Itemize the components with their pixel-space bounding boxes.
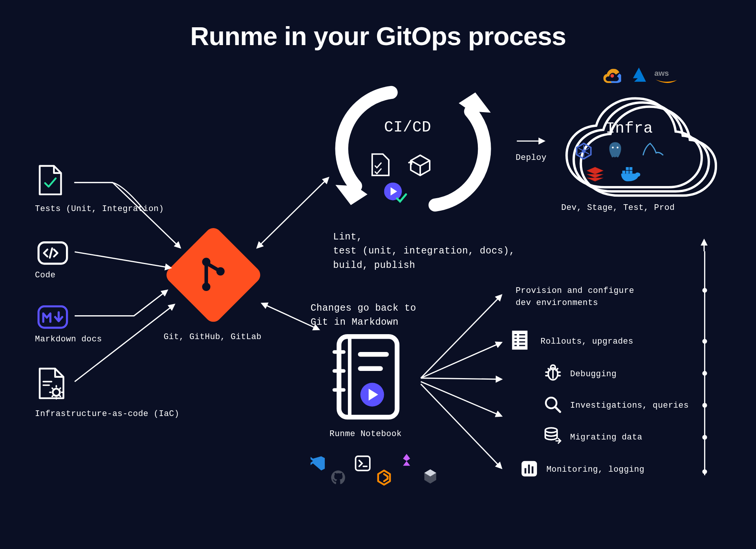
svg-rect-15 [626, 170, 629, 174]
task-rollouts: Rollouts, upgrades [540, 336, 633, 346]
git-label: Git, GitHub, GitLab [164, 332, 262, 341]
code-label: Code [35, 270, 55, 280]
timeline-dot [702, 288, 707, 293]
checklist-icon [511, 330, 529, 351]
markdown-icon [38, 305, 68, 329]
timeline-dot [702, 469, 707, 474]
task-provision: Provision and configure dev environments [516, 285, 634, 310]
azure-icon [631, 66, 647, 86]
iac-icon [38, 368, 66, 402]
postgres-icon [607, 141, 624, 159]
cicd-desc-3: build, publish [333, 258, 515, 273]
notebook-node [330, 333, 401, 424]
tests-block [38, 165, 64, 200]
runme-badge [384, 183, 409, 207]
bug-icon [544, 364, 562, 382]
kubernetes-icon [575, 142, 593, 160]
svg-point-8 [610, 74, 614, 78]
cicd-desc-1: Lint, [333, 230, 515, 244]
svg-rect-16 [629, 170, 632, 174]
redis-icon [585, 166, 604, 183]
cicd-node [332, 81, 504, 220]
github-icon [330, 469, 346, 486]
svg-point-13 [617, 147, 618, 149]
svg-rect-0 [39, 242, 67, 264]
arrow-tests-to-git [74, 175, 193, 211]
timeline-dot [702, 371, 707, 376]
code-icon [38, 241, 68, 265]
doc-check-icon [370, 153, 391, 178]
file-check-icon [38, 165, 64, 197]
code-block [38, 241, 68, 268]
svg-rect-28 [512, 331, 527, 350]
package-icon [408, 153, 433, 178]
svg-rect-35 [524, 468, 526, 474]
cicd-desc-2: test (unit, integration, docs), [333, 244, 515, 258]
timeline-dot [702, 339, 707, 344]
chart-icon [520, 460, 538, 478]
svg-rect-18 [629, 167, 632, 170]
gcp-icon [603, 69, 621, 87]
svg-point-12 [612, 147, 614, 149]
task-investigations: Investigations, queries [570, 400, 689, 410]
cicd-description: Lint, test (unit, integration, docs), bu… [333, 230, 515, 273]
markdown-block [38, 305, 68, 332]
infra-title: Infra [606, 120, 653, 138]
timeline-dot [702, 403, 707, 408]
fleet-icon [398, 453, 415, 469]
cicd-title: CI/CD [384, 119, 431, 136]
iac-block [38, 368, 66, 405]
svg-text:aws: aws [654, 69, 669, 77]
vscode-icon [309, 455, 326, 472]
notebook-label: Runme Notebook [330, 429, 402, 438]
task-debugging: Debugging [570, 369, 617, 379]
svg-rect-14 [622, 170, 625, 174]
cicd-cycle-icon [332, 81, 504, 217]
timeline-dot [702, 435, 707, 440]
svg-point-33 [545, 428, 557, 433]
devbox-icon [422, 468, 439, 485]
iac-label: Infrastructure-as-code (IaC) [35, 409, 179, 418]
markdown-label: Markdown docs [35, 334, 102, 344]
page-title: Runme in your GitOps process [0, 21, 756, 51]
gitpod-icon [376, 469, 393, 486]
search-icon [544, 396, 562, 414]
svg-point-2 [53, 389, 60, 396]
notebook-back-label: Changes go back to Git in Markdown [311, 301, 416, 330]
terminal-icon [354, 455, 371, 472]
svg-line-32 [555, 407, 560, 412]
mysql-icon [641, 141, 665, 159]
timeline [704, 251, 705, 475]
infra-envs: Dev, Stage, Test, Prod [561, 203, 675, 212]
docker-icon [620, 165, 642, 183]
git-icon [189, 251, 237, 299]
svg-rect-37 [532, 466, 534, 474]
aws-icon: aws [654, 69, 678, 86]
svg-rect-36 [528, 465, 530, 473]
database-icon [544, 427, 563, 446]
task-migrating: Migrating data [570, 433, 643, 442]
task-monitoring: Monitoring, logging [546, 465, 645, 474]
notebook-icon [330, 333, 401, 421]
svg-rect-17 [626, 167, 629, 170]
deploy-label: Deploy [516, 153, 547, 163]
